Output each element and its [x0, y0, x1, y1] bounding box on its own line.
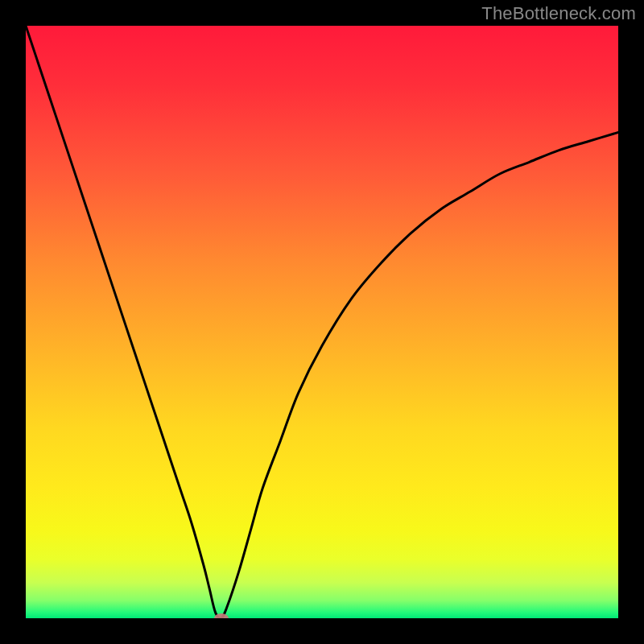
bottleneck-curve	[26, 26, 618, 618]
optimal-point-marker	[214, 613, 229, 618]
chart-frame: TheBottleneck.com	[0, 0, 644, 644]
plot-area	[26, 26, 618, 618]
watermark-text: TheBottleneck.com	[481, 3, 636, 24]
